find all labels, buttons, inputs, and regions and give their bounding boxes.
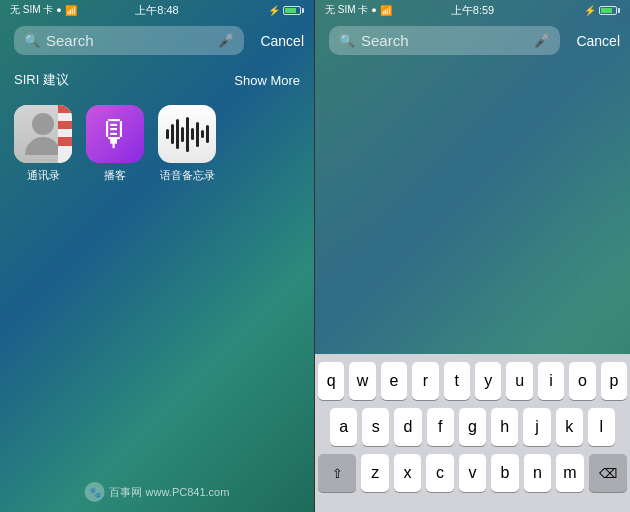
siri-header: SIRI 建议 Show More — [0, 65, 314, 95]
status-left: 无 SIM 卡 ● 📶 — [10, 3, 77, 17]
phone-left: 无 SIM 卡 ● 📶 上午8:48 ⚡ 🔍 Search 🎤 Cancel S… — [0, 0, 315, 512]
wave-bar-5 — [186, 117, 189, 152]
app-podcast[interactable]: 🎙 播客 — [86, 105, 144, 183]
wave-bar-6 — [191, 128, 194, 140]
keyboard-row-1: q w e r t y u i o p — [318, 362, 627, 400]
watermark-logo: 🐾 — [85, 482, 105, 502]
key-v[interactable]: v — [459, 454, 486, 492]
key-y[interactable]: y — [475, 362, 501, 400]
search-row-right: 🔍 Search 🎤 Cancel — [315, 20, 630, 61]
apps-row: 通讯录 🎙 播客 — [0, 95, 314, 193]
search-bar-left[interactable]: 🔍 Search 🎤 — [14, 26, 244, 55]
status-left-right: 无 SIM 卡 ● 📶 — [325, 3, 392, 17]
wave-bar-7 — [196, 122, 199, 147]
contact-head — [32, 113, 54, 135]
key-n[interactable]: n — [524, 454, 551, 492]
contacts-label: 通讯录 — [27, 168, 60, 183]
mic-icon-right[interactable]: 🎤 — [534, 33, 550, 48]
siri-title: SIRI 建议 — [14, 71, 69, 89]
watermark-left: 🐾 百事网 www.PC841.com — [85, 482, 230, 502]
podcast-icon: 🎙 — [86, 105, 144, 163]
key-x[interactable]: x — [394, 454, 421, 492]
wave-bar-3 — [176, 119, 179, 149]
waveform — [166, 114, 209, 154]
carrier-label: 无 SIM 卡 — [10, 3, 53, 17]
watermark-text: 百事网 — [109, 485, 142, 500]
key-e[interactable]: e — [381, 362, 407, 400]
status-bar-right: 无 SIM 卡 ● 📶 上午8:59 ⚡ — [315, 0, 630, 20]
key-z[interactable]: z — [361, 454, 388, 492]
delete-key[interactable]: ⌫ — [589, 454, 627, 492]
key-r[interactable]: r — [412, 362, 438, 400]
cancel-button-left[interactable]: Cancel — [254, 29, 310, 53]
wave-bar-8 — [201, 130, 204, 138]
search-icon-left: 🔍 — [24, 33, 40, 48]
keyboard-row-3: ⇧ z x c v b n m ⌫ — [318, 454, 627, 492]
show-more-button[interactable]: Show More — [234, 73, 300, 88]
key-j[interactable]: j — [523, 408, 550, 446]
key-l[interactable]: l — [588, 408, 615, 446]
phone-right: 无 SIM 卡 ● 📶 上午8:59 ⚡ 🔍 Search 🎤 Cancel q… — [315, 0, 630, 512]
key-p[interactable]: p — [601, 362, 627, 400]
key-m[interactable]: m — [556, 454, 583, 492]
key-c[interactable]: c — [426, 454, 453, 492]
key-i[interactable]: i — [538, 362, 564, 400]
search-placeholder-left: Search — [46, 32, 212, 49]
wave-bar-1 — [166, 129, 169, 139]
search-bar-right[interactable]: 🔍 Search 🎤 — [329, 26, 560, 55]
contacts-icon — [14, 105, 72, 163]
app-voice-memo[interactable]: 语音备忘录 — [158, 105, 216, 183]
podcast-label: 播客 — [104, 168, 126, 183]
key-t[interactable]: t — [444, 362, 470, 400]
voice-memo-icon — [158, 105, 216, 163]
app-contacts[interactable]: 通讯录 — [14, 105, 72, 183]
keyboard-row-2: a s d f g h j k l — [318, 408, 627, 446]
shift-key[interactable]: ⇧ — [318, 454, 356, 492]
key-g[interactable]: g — [459, 408, 486, 446]
key-w[interactable]: w — [349, 362, 375, 400]
contact-body — [25, 137, 61, 155]
bluetooth-icon-right: ⚡ — [584, 5, 596, 16]
contact-lines — [58, 105, 72, 163]
keyboard: q w e r t y u i o p a s d f g h j k l ⇧ … — [315, 354, 630, 512]
signal-icon: ● — [56, 5, 61, 15]
voice-memo-label: 语音备忘录 — [160, 168, 215, 183]
key-b[interactable]: b — [491, 454, 518, 492]
podcast-symbol: 🎙 — [97, 113, 133, 155]
mic-icon-left[interactable]: 🎤 — [218, 33, 234, 48]
wave-bar-4 — [181, 127, 184, 142]
carrier-label-right: 无 SIM 卡 — [325, 3, 368, 17]
time-display-left: 上午8:48 — [135, 3, 178, 18]
key-a[interactable]: a — [330, 408, 357, 446]
key-q[interactable]: q — [318, 362, 344, 400]
time-display-right: 上午8:59 — [451, 3, 494, 18]
battery-icon — [283, 6, 304, 15]
search-placeholder-right: Search — [361, 32, 528, 49]
cancel-button-right[interactable]: Cancel — [570, 29, 626, 53]
key-s[interactable]: s — [362, 408, 389, 446]
battery-icon-right — [599, 6, 620, 15]
watermark-url: www.PC841.com — [146, 486, 230, 498]
wifi-icon-right: 📶 — [380, 5, 392, 16]
status-right-left: ⚡ — [268, 5, 304, 16]
key-d[interactable]: d — [394, 408, 421, 446]
wifi-icon: 📶 — [65, 5, 77, 16]
key-o[interactable]: o — [569, 362, 595, 400]
key-u[interactable]: u — [506, 362, 532, 400]
key-h[interactable]: h — [491, 408, 518, 446]
key-k[interactable]: k — [556, 408, 583, 446]
status-bar-left: 无 SIM 卡 ● 📶 上午8:48 ⚡ — [0, 0, 314, 20]
key-f[interactable]: f — [427, 408, 454, 446]
wave-bar-2 — [171, 124, 174, 144]
wave-bar-9 — [206, 125, 209, 143]
search-icon-right: 🔍 — [339, 33, 355, 48]
status-right-right: ⚡ — [584, 5, 620, 16]
bluetooth-icon: ⚡ — [268, 5, 280, 16]
signal-icon-right: ● — [371, 5, 376, 15]
search-row-left: 🔍 Search 🎤 Cancel — [0, 20, 314, 61]
